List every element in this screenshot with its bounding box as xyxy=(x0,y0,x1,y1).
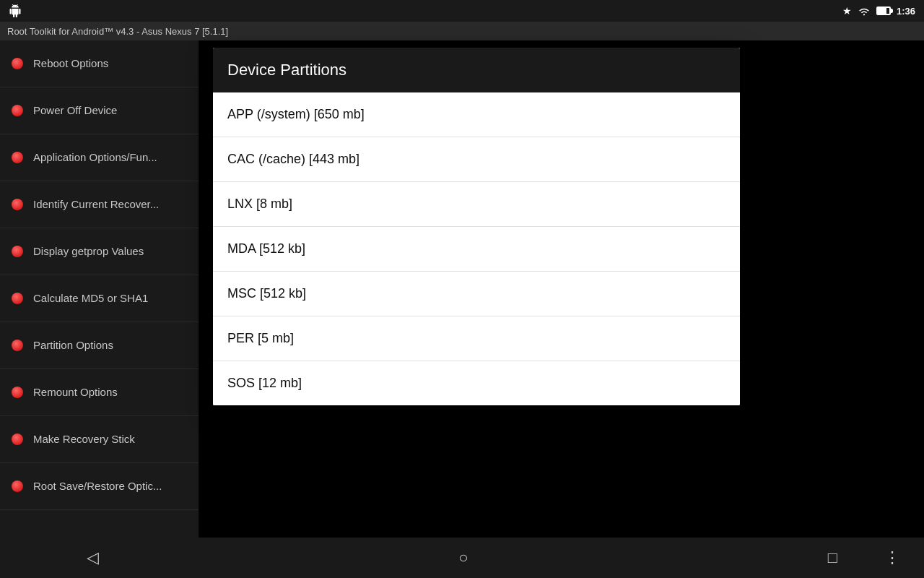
sidebar-item-root-save-restore[interactable]: Root Save/Restore Optic... xyxy=(0,463,199,510)
red-dot-icon xyxy=(12,434,23,445)
partition-item-cac[interactable]: CAC (/cache) [443 mb] xyxy=(213,137,740,182)
partition-label: MDA [512 kb] xyxy=(227,241,305,256)
sidebar-item-label: Make Recovery Stick xyxy=(33,432,135,447)
partition-item-mda[interactable]: MDA [512 kb] xyxy=(213,227,740,272)
red-dot-icon xyxy=(12,293,23,304)
sidebar-item-make-recovery-stick[interactable]: Make Recovery Stick xyxy=(0,416,199,463)
sidebar-item-label: Calculate MD5 or SHA1 xyxy=(33,291,148,306)
status-bar-right: ★ 1:36 xyxy=(842,5,915,17)
dialog-body: APP (/system) [650 mb]CAC (/cache) [443 … xyxy=(213,92,740,405)
sidebar-item-app-options[interactable]: Application Options/Fun... xyxy=(0,134,199,181)
android-icon xyxy=(9,4,22,17)
back-button[interactable]: ◁ xyxy=(72,543,113,573)
dialog-header: Device Partitions xyxy=(213,48,740,92)
sidebar-item-label: Application Options/Fun... xyxy=(33,150,157,165)
main-content: Reboot OptionsPower Off DeviceApplicatio… xyxy=(0,40,924,538)
partition-label: SOS [12 mb] xyxy=(227,376,302,390)
bluetooth-icon: ★ xyxy=(842,5,852,17)
wifi-icon xyxy=(858,6,871,16)
partition-item-lnx[interactable]: LNX [8 mb] xyxy=(213,182,740,227)
dialog-overlay: Device Partitions APP (/system) [650 mb]… xyxy=(199,40,924,538)
device-partitions-dialog: Device Partitions APP (/system) [650 mb]… xyxy=(213,48,740,405)
sidebar-item-label: Remount Options xyxy=(33,385,118,400)
title-bar-text: Root Toolkit for Android™ v4.3 - Asus Ne… xyxy=(7,26,228,37)
recent-apps-button[interactable]: □ xyxy=(814,543,852,573)
sidebar-item-calculate-md5[interactable]: Calculate MD5 or SHA1 xyxy=(0,275,199,322)
nav-bar: ◁ ○ □ ⋮ xyxy=(0,538,924,578)
partition-label: APP (/system) [650 mb] xyxy=(227,107,365,121)
sidebar-item-power-off[interactable]: Power Off Device xyxy=(0,87,199,134)
sidebar-item-label: Identify Current Recover... xyxy=(33,197,159,212)
red-dot-icon xyxy=(12,105,23,116)
sidebar-item-reboot-options[interactable]: Reboot Options xyxy=(0,40,199,87)
partition-label: LNX [8 mb] xyxy=(227,197,292,211)
status-time: 1:36 xyxy=(897,6,915,17)
partition-label: MSC [512 kb] xyxy=(227,286,306,301)
status-bar-left xyxy=(9,4,22,17)
partition-item-app[interactable]: APP (/system) [650 mb] xyxy=(213,92,740,137)
red-dot-icon xyxy=(12,58,23,69)
sidebar: Reboot OptionsPower Off DeviceApplicatio… xyxy=(0,40,199,538)
partition-item-sos[interactable]: SOS [12 mb] xyxy=(213,361,740,405)
sidebar-item-remount-options[interactable]: Remount Options xyxy=(0,369,199,416)
sidebar-item-label: Power Off Device xyxy=(33,103,117,118)
red-dot-icon xyxy=(12,340,23,351)
home-button[interactable]: ○ xyxy=(444,543,482,573)
battery-icon xyxy=(876,7,891,15)
more-icon[interactable]: ⋮ xyxy=(884,548,901,567)
red-dot-icon xyxy=(12,199,23,210)
sidebar-item-label: Partition Options xyxy=(33,338,113,353)
partition-label: CAC (/cache) [443 mb] xyxy=(227,152,359,166)
sidebar-item-display-getprop[interactable]: Display getprop Values xyxy=(0,228,199,275)
sidebar-item-partition-options[interactable]: Partition Options xyxy=(0,322,199,369)
red-dot-icon xyxy=(12,387,23,398)
partition-item-msc[interactable]: MSC [512 kb] xyxy=(213,272,740,316)
red-dot-icon xyxy=(12,152,23,163)
partition-item-per[interactable]: PER [5 mb] xyxy=(213,316,740,361)
sidebar-item-identify-recovery[interactable]: Identify Current Recover... xyxy=(0,181,199,228)
sidebar-item-label: Root Save/Restore Optic... xyxy=(33,479,162,493)
title-bar: Root Toolkit for Android™ v4.3 - Asus Ne… xyxy=(0,22,924,40)
sidebar-item-label: Reboot Options xyxy=(33,56,108,71)
sidebar-item-label: Display getprop Values xyxy=(33,244,144,259)
red-dot-icon xyxy=(12,246,23,257)
dialog-title: Device Partitions xyxy=(227,61,346,79)
status-bar: ★ 1:36 xyxy=(0,0,924,22)
red-dot-icon xyxy=(12,480,23,492)
more-options[interactable]: ⋮ xyxy=(873,538,912,578)
partition-label: PER [5 mb] xyxy=(227,331,294,345)
